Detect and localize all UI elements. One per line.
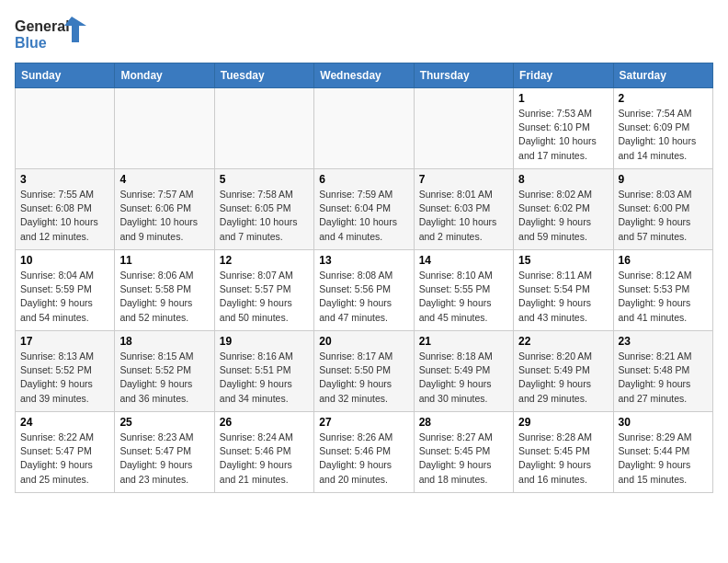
day-cell: 7Sunrise: 8:01 AM Sunset: 6:03 PM Daylig… xyxy=(414,169,513,250)
day-cell: 5Sunrise: 7:58 AM Sunset: 6:05 PM Daylig… xyxy=(214,169,313,250)
day-number: 9 xyxy=(619,173,708,186)
day-cell: 19Sunrise: 8:16 AM Sunset: 5:51 PM Dayli… xyxy=(214,331,313,412)
calendar-header-row: SundayMondayTuesdayWednesdayThursdayFrid… xyxy=(16,63,713,88)
day-info: Sunrise: 8:26 AM Sunset: 5:46 PM Dayligh… xyxy=(319,431,408,487)
header-monday: Monday xyxy=(115,63,214,88)
day-info: Sunrise: 8:13 AM Sunset: 5:52 PM Dayligh… xyxy=(20,350,109,406)
day-info: Sunrise: 7:57 AM Sunset: 6:06 PM Dayligh… xyxy=(119,188,209,244)
day-cell: 9Sunrise: 8:03 AM Sunset: 6:00 PM Daylig… xyxy=(613,169,712,250)
day-number: 2 xyxy=(619,92,708,105)
day-number: 19 xyxy=(220,335,309,348)
day-info: Sunrise: 7:58 AM Sunset: 6:05 PM Dayligh… xyxy=(220,188,309,244)
day-info: Sunrise: 8:06 AM Sunset: 5:58 PM Dayligh… xyxy=(119,269,209,325)
day-cell: 26Sunrise: 8:24 AM Sunset: 5:46 PM Dayli… xyxy=(214,412,313,493)
day-cell: 13Sunrise: 8:08 AM Sunset: 5:56 PM Dayli… xyxy=(314,250,414,331)
day-cell: 14Sunrise: 8:10 AM Sunset: 5:55 PM Dayli… xyxy=(414,250,513,331)
week-row-2: 10Sunrise: 8:04 AM Sunset: 5:59 PM Dayli… xyxy=(16,250,713,331)
week-row-4: 24Sunrise: 8:22 AM Sunset: 5:47 PM Dayli… xyxy=(16,412,713,493)
day-number: 20 xyxy=(319,335,408,348)
calendar-table: SundayMondayTuesdayWednesdayThursdayFrid… xyxy=(15,63,713,493)
day-number: 28 xyxy=(419,416,508,429)
day-number: 17 xyxy=(20,335,109,348)
day-cell xyxy=(16,88,115,169)
day-cell: 23Sunrise: 8:21 AM Sunset: 5:48 PM Dayli… xyxy=(613,331,712,412)
day-info: Sunrise: 8:11 AM Sunset: 5:54 PM Dayligh… xyxy=(518,269,608,325)
day-number: 21 xyxy=(419,335,508,348)
day-number: 10 xyxy=(20,254,109,267)
header-sunday: Sunday xyxy=(16,63,115,88)
header-tuesday: Tuesday xyxy=(214,63,313,88)
svg-text:General: General xyxy=(15,18,70,34)
day-info: Sunrise: 8:07 AM Sunset: 5:57 PM Dayligh… xyxy=(220,269,309,325)
day-cell: 18Sunrise: 8:15 AM Sunset: 5:52 PM Dayli… xyxy=(115,331,214,412)
day-info: Sunrise: 8:27 AM Sunset: 5:45 PM Dayligh… xyxy=(419,431,508,487)
day-cell: 11Sunrise: 8:06 AM Sunset: 5:58 PM Dayli… xyxy=(115,250,214,331)
day-info: Sunrise: 8:29 AM Sunset: 5:44 PM Dayligh… xyxy=(619,431,708,487)
day-info: Sunrise: 8:10 AM Sunset: 5:55 PM Dayligh… xyxy=(419,269,508,325)
day-number: 24 xyxy=(20,416,109,429)
day-info: Sunrise: 7:55 AM Sunset: 6:08 PM Dayligh… xyxy=(20,188,109,244)
day-number: 13 xyxy=(319,254,408,267)
day-cell: 8Sunrise: 8:02 AM Sunset: 6:02 PM Daylig… xyxy=(514,169,613,250)
day-cell: 4Sunrise: 7:57 AM Sunset: 6:06 PM Daylig… xyxy=(115,169,214,250)
week-row-3: 17Sunrise: 8:13 AM Sunset: 5:52 PM Dayli… xyxy=(16,331,713,412)
day-number: 22 xyxy=(518,335,608,348)
day-number: 18 xyxy=(119,335,209,348)
header-saturday: Saturday xyxy=(613,63,712,88)
day-number: 5 xyxy=(220,173,309,186)
day-number: 30 xyxy=(619,416,708,429)
day-cell: 6Sunrise: 7:59 AM Sunset: 6:04 PM Daylig… xyxy=(314,169,414,250)
day-cell xyxy=(214,88,313,169)
svg-text:Blue: Blue xyxy=(15,35,47,51)
day-info: Sunrise: 8:16 AM Sunset: 5:51 PM Dayligh… xyxy=(220,350,309,406)
day-number: 8 xyxy=(518,173,608,186)
day-info: Sunrise: 8:15 AM Sunset: 5:52 PM Dayligh… xyxy=(119,350,209,406)
day-number: 6 xyxy=(319,173,408,186)
logo-svg: GeneralBlue xyxy=(15,15,88,55)
day-number: 27 xyxy=(319,416,408,429)
day-number: 25 xyxy=(119,416,209,429)
day-cell xyxy=(414,88,513,169)
day-info: Sunrise: 8:02 AM Sunset: 6:02 PM Dayligh… xyxy=(518,188,608,244)
day-info: Sunrise: 8:20 AM Sunset: 5:49 PM Dayligh… xyxy=(518,350,608,406)
day-cell xyxy=(115,88,214,169)
day-info: Sunrise: 8:08 AM Sunset: 5:56 PM Dayligh… xyxy=(319,269,408,325)
day-number: 11 xyxy=(119,254,209,267)
day-info: Sunrise: 8:12 AM Sunset: 5:53 PM Dayligh… xyxy=(619,269,708,325)
day-number: 23 xyxy=(619,335,708,348)
day-info: Sunrise: 8:17 AM Sunset: 5:50 PM Dayligh… xyxy=(319,350,408,406)
day-cell: 28Sunrise: 8:27 AM Sunset: 5:45 PM Dayli… xyxy=(414,412,513,493)
day-number: 29 xyxy=(518,416,608,429)
day-info: Sunrise: 8:23 AM Sunset: 5:47 PM Dayligh… xyxy=(119,431,209,487)
day-cell: 20Sunrise: 8:17 AM Sunset: 5:50 PM Dayli… xyxy=(314,331,414,412)
day-info: Sunrise: 8:28 AM Sunset: 5:45 PM Dayligh… xyxy=(518,431,608,487)
day-info: Sunrise: 8:24 AM Sunset: 5:46 PM Dayligh… xyxy=(220,431,309,487)
day-number: 26 xyxy=(220,416,309,429)
header-friday: Friday xyxy=(514,63,613,88)
day-cell: 10Sunrise: 8:04 AM Sunset: 5:59 PM Dayli… xyxy=(16,250,115,331)
day-number: 14 xyxy=(419,254,508,267)
day-number: 7 xyxy=(419,173,508,186)
day-cell: 15Sunrise: 8:11 AM Sunset: 5:54 PM Dayli… xyxy=(514,250,613,331)
day-info: Sunrise: 7:54 AM Sunset: 6:09 PM Dayligh… xyxy=(619,107,708,163)
day-number: 15 xyxy=(518,254,608,267)
day-cell: 12Sunrise: 8:07 AM Sunset: 5:57 PM Dayli… xyxy=(214,250,313,331)
day-cell: 17Sunrise: 8:13 AM Sunset: 5:52 PM Dayli… xyxy=(16,331,115,412)
day-cell: 27Sunrise: 8:26 AM Sunset: 5:46 PM Dayli… xyxy=(314,412,414,493)
day-cell: 24Sunrise: 8:22 AM Sunset: 5:47 PM Dayli… xyxy=(16,412,115,493)
day-info: Sunrise: 8:21 AM Sunset: 5:48 PM Dayligh… xyxy=(619,350,708,406)
day-cell: 2Sunrise: 7:54 AM Sunset: 6:09 PM Daylig… xyxy=(613,88,712,169)
week-row-0: 1Sunrise: 7:53 AM Sunset: 6:10 PM Daylig… xyxy=(16,88,713,169)
day-info: Sunrise: 8:22 AM Sunset: 5:47 PM Dayligh… xyxy=(20,431,109,487)
day-cell: 16Sunrise: 8:12 AM Sunset: 5:53 PM Dayli… xyxy=(613,250,712,331)
day-number: 12 xyxy=(220,254,309,267)
day-cell: 22Sunrise: 8:20 AM Sunset: 5:49 PM Dayli… xyxy=(514,331,613,412)
day-cell: 21Sunrise: 8:18 AM Sunset: 5:49 PM Dayli… xyxy=(414,331,513,412)
header-wednesday: Wednesday xyxy=(314,63,414,88)
day-number: 16 xyxy=(619,254,708,267)
day-number: 4 xyxy=(119,173,209,186)
day-info: Sunrise: 8:18 AM Sunset: 5:49 PM Dayligh… xyxy=(419,350,508,406)
day-info: Sunrise: 7:59 AM Sunset: 6:04 PM Dayligh… xyxy=(319,188,408,244)
day-cell: 1Sunrise: 7:53 AM Sunset: 6:10 PM Daylig… xyxy=(514,88,613,169)
day-info: Sunrise: 7:53 AM Sunset: 6:10 PM Dayligh… xyxy=(518,107,608,163)
